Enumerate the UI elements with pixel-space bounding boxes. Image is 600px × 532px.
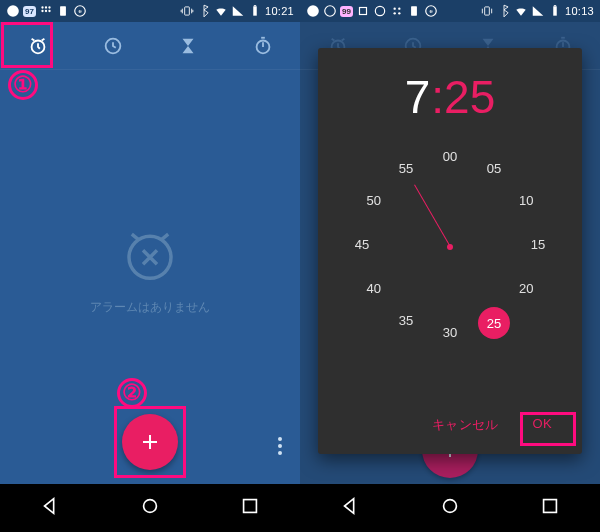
- clock-num[interactable]: 40: [360, 281, 388, 301]
- plus-icon: [138, 430, 162, 454]
- time-colon: :: [431, 71, 444, 123]
- e-icon: e: [424, 4, 438, 18]
- dialog-actions: キャンセル OK: [326, 406, 574, 446]
- nav-recent[interactable]: [539, 495, 561, 521]
- alarm-off-icon: [115, 219, 185, 289]
- apps-icon: [390, 4, 404, 18]
- cell-icon: [531, 4, 545, 18]
- sim-icon: [407, 4, 421, 18]
- square-icon: [356, 4, 370, 18]
- bt-icon: [497, 4, 511, 18]
- clock-num-selected[interactable]: 25: [478, 307, 510, 339]
- wifi-icon: [514, 4, 528, 18]
- e-icon: e: [73, 4, 87, 18]
- clock-num[interactable]: 00: [436, 149, 464, 169]
- svg-text:e: e: [429, 8, 432, 14]
- svg-point-0: [7, 5, 19, 17]
- battery-icon: [248, 4, 262, 18]
- tab-timer[interactable]: [166, 26, 210, 66]
- svg-point-25: [398, 8, 400, 10]
- svg-text:e: e: [78, 8, 81, 14]
- status-time: 10:13: [565, 5, 594, 17]
- nav-back[interactable]: [339, 495, 361, 521]
- badge-99: 99: [340, 6, 353, 17]
- vibrate-icon: [480, 4, 494, 18]
- wifi-icon: [214, 4, 228, 18]
- svg-point-27: [398, 12, 400, 14]
- circle2-icon: [323, 4, 337, 18]
- svg-point-38: [444, 500, 457, 513]
- svg-point-4: [41, 10, 43, 12]
- svg-point-18: [144, 500, 157, 513]
- cancel-button[interactable]: キャンセル: [424, 410, 507, 440]
- clock-num[interactable]: 15: [524, 237, 552, 257]
- time-minute[interactable]: 25: [444, 71, 495, 123]
- clock-num[interactable]: 20: [512, 281, 540, 301]
- phone-left: 97 e 10:21 アラームはありません: [0, 0, 300, 532]
- time-display: 7:25: [326, 70, 574, 124]
- statusbar-right: 99 e 10:13: [300, 0, 600, 22]
- chat-icon: [306, 4, 320, 18]
- bt-icon: [197, 4, 211, 18]
- svg-point-2: [45, 6, 47, 8]
- clock-num[interactable]: 55: [392, 161, 420, 181]
- nav-recent[interactable]: [239, 495, 261, 521]
- nav-home[interactable]: [139, 495, 161, 521]
- battery-icon: [548, 4, 562, 18]
- apps-icon: [39, 4, 53, 18]
- phone-right: 99 e 10:13 7:25 00: [300, 0, 600, 532]
- status-time: 10:21: [265, 5, 294, 17]
- svg-point-3: [48, 6, 50, 8]
- svg-rect-7: [60, 6, 66, 15]
- time-picker-dialog: 7:25 000510152025303540455055 キャンセル OK: [318, 48, 582, 454]
- sim-icon: [56, 4, 70, 18]
- fab-add-alarm[interactable]: [122, 414, 178, 470]
- svg-rect-39: [544, 500, 557, 513]
- tab-clock[interactable]: [91, 26, 135, 66]
- tab-stopwatch[interactable]: [241, 26, 285, 66]
- time-hour[interactable]: 7: [405, 71, 432, 123]
- tabs-left: [0, 22, 300, 70]
- svg-rect-31: [485, 7, 490, 15]
- ok-button[interactable]: OK: [525, 410, 560, 440]
- svg-rect-28: [411, 6, 417, 15]
- nav-back[interactable]: [39, 495, 61, 521]
- navbar-left: [0, 484, 300, 532]
- clock-num[interactable]: 05: [480, 161, 508, 181]
- overflow-menu[interactable]: [270, 434, 290, 458]
- tab-alarm[interactable]: [16, 26, 60, 66]
- svg-rect-22: [359, 8, 366, 15]
- svg-point-6: [48, 10, 50, 12]
- clock-num[interactable]: 45: [348, 237, 376, 257]
- clock-hand: [414, 184, 451, 247]
- svg-point-21: [325, 6, 336, 17]
- svg-rect-19: [244, 500, 257, 513]
- svg-point-23: [375, 6, 384, 15]
- statusbar-left: 97 e 10:21: [0, 0, 300, 22]
- clock-num[interactable]: 35: [392, 313, 420, 333]
- svg-rect-37: [561, 36, 565, 38]
- empty-state: アラームはありません: [90, 219, 210, 316]
- svg-point-26: [393, 12, 395, 14]
- clock-num[interactable]: 50: [360, 193, 388, 213]
- svg-point-5: [45, 10, 47, 12]
- badge-97: 97: [23, 6, 36, 17]
- svg-point-20: [307, 5, 319, 17]
- svg-point-24: [393, 8, 395, 10]
- svg-rect-16: [261, 36, 265, 38]
- navbar-right: [300, 484, 600, 532]
- nav-home[interactable]: [439, 495, 461, 521]
- svg-rect-12: [254, 5, 256, 6]
- svg-point-1: [41, 6, 43, 8]
- vibrate-icon: [180, 4, 194, 18]
- cell-icon: [231, 4, 245, 18]
- clock-num[interactable]: 10: [512, 193, 540, 213]
- clock-num[interactable]: 30: [436, 325, 464, 345]
- empty-text: アラームはありません: [90, 299, 210, 316]
- circle-icon: [373, 4, 387, 18]
- clock-face[interactable]: 000510152025303540455055: [345, 142, 555, 352]
- svg-rect-10: [185, 7, 190, 15]
- svg-rect-32: [553, 6, 557, 15]
- svg-rect-11: [253, 6, 257, 15]
- chat-icon: [6, 4, 20, 18]
